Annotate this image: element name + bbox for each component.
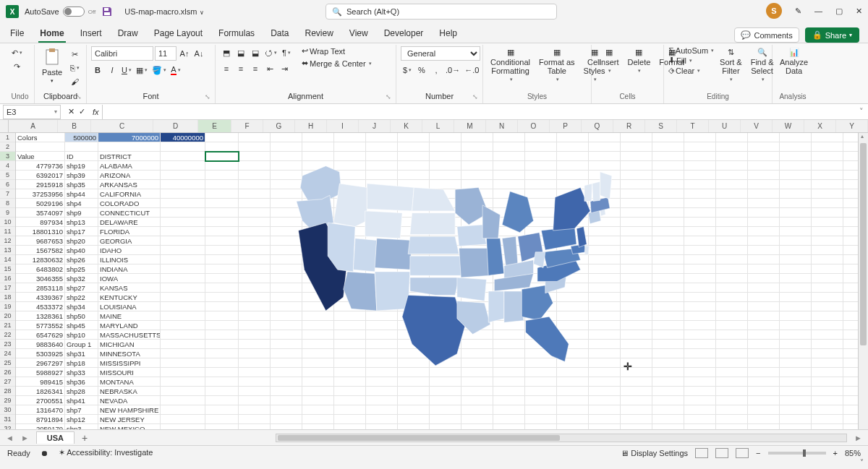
cell-E27[interactable] <box>205 377 239 387</box>
format-painter-icon[interactable]: 🖌 <box>68 75 81 88</box>
cell-B12[interactable]: shp20 <box>65 236 98 246</box>
cell-B8[interactable]: shp4 <box>65 199 98 208</box>
cell-B18[interactable]: shp22 <box>65 293 98 302</box>
cell-G31[interactable] <box>271 415 302 424</box>
row-header-8[interactable]: 8 <box>0 199 15 208</box>
state-ne[interactable] <box>408 236 459 254</box>
cell-D11[interactable] <box>161 227 205 236</box>
currency-icon[interactable]: $ <box>401 64 414 77</box>
percent-icon[interactable]: % <box>415 64 428 77</box>
cell-A22[interactable]: 6547629 <box>16 330 65 340</box>
cell-W8[interactable] <box>780 199 812 208</box>
cell-A6[interactable]: 2915918 <box>16 180 65 189</box>
cell-W7[interactable] <box>780 189 812 199</box>
cell-U6[interactable] <box>716 180 748 189</box>
macro-record-icon[interactable]: ⏺ <box>41 449 48 457</box>
vertical-scrollbar[interactable] <box>858 133 868 429</box>
search-box[interactable]: 🔍 Search (Alt+Q) <box>326 4 557 20</box>
cell-F27[interactable] <box>239 377 271 387</box>
cell-F20[interactable] <box>239 311 271 321</box>
cell-S11[interactable] <box>652 227 684 236</box>
sort-filter-button[interactable]: ⇅Sort & Filter <box>717 46 745 84</box>
cell-E22[interactable] <box>205 330 239 340</box>
cell-V16[interactable] <box>748 274 780 283</box>
cell-E12[interactable] <box>205 236 239 246</box>
cell-S8[interactable] <box>652 199 684 208</box>
cell-T15[interactable] <box>684 264 716 274</box>
sheet-tab-usa[interactable]: USA <box>36 431 75 444</box>
align-middle-icon[interactable]: ⬓ <box>234 46 247 59</box>
row-header-26[interactable]: 26 <box>0 368 15 377</box>
row-header-6[interactable]: 6 <box>0 180 15 189</box>
cell-K31[interactable] <box>398 415 430 424</box>
cell-F21[interactable] <box>239 321 271 330</box>
col-header-M[interactable]: M <box>454 120 486 132</box>
cell-V3[interactable] <box>748 152 780 161</box>
cell-C9[interactable]: CONNECTICUT <box>98 208 161 218</box>
align-left-icon[interactable]: ≡ <box>220 62 233 75</box>
cell-A26[interactable]: 5988927 <box>16 368 65 377</box>
row-header-5[interactable]: 5 <box>0 171 15 180</box>
scroll-right-icon[interactable]: ► <box>854 434 862 442</box>
cell-C10[interactable]: DELAWARE <box>98 218 161 227</box>
cell-E20[interactable] <box>205 311 239 321</box>
state-ut[interactable] <box>353 238 376 272</box>
cell-B29[interactable]: shp41 <box>65 396 98 405</box>
cell-V26[interactable] <box>748 368 780 377</box>
cell-D21[interactable] <box>161 321 205 330</box>
col-header-B[interactable]: B <box>58 120 91 132</box>
row-header-32[interactable]: 32 <box>0 424 15 429</box>
cell-W24[interactable] <box>780 349 812 358</box>
cell-B10[interactable]: shp13 <box>65 218 98 227</box>
cell-V2[interactable] <box>748 142 780 152</box>
analyze-data-button[interactable]: 📊Analyze Data <box>777 46 811 77</box>
cell-U21[interactable] <box>716 321 748 330</box>
cell-W30[interactable] <box>780 405 812 415</box>
state-ms[interactable] <box>488 291 504 322</box>
grow-font-icon[interactable]: A↑ <box>178 47 191 60</box>
cell-C29[interactable]: NEVADA <box>98 396 161 405</box>
cell-A24[interactable]: 5303925 <box>16 349 65 358</box>
state-nd[interactable] <box>412 187 456 211</box>
insert-cells-button[interactable]: ▦Insert <box>596 46 622 75</box>
align-center-icon[interactable]: ≡ <box>234 62 247 75</box>
cell-F19[interactable] <box>239 302 271 311</box>
row-header-27[interactable]: 27 <box>0 377 15 387</box>
cell-F3[interactable] <box>239 152 271 161</box>
cell-V7[interactable] <box>748 189 780 199</box>
cell-X25[interactable] <box>812 358 843 368</box>
font-color-icon[interactable]: A <box>169 64 182 77</box>
cell-C21[interactable]: MARYLAND <box>98 321 161 330</box>
cell-W11[interactable] <box>780 227 812 236</box>
cell-B24[interactable]: shp31 <box>65 349 98 358</box>
cell-W10[interactable] <box>780 218 812 227</box>
cell-Q31[interactable] <box>589 415 621 424</box>
cell-A32[interactable]: 2059179 <box>16 424 65 429</box>
cell-F18[interactable] <box>239 293 271 302</box>
fill-button[interactable]: ⬇ Fill <box>668 56 714 65</box>
cell-B17[interactable]: shp27 <box>65 283 98 293</box>
cell-A12[interactable]: 9687653 <box>16 236 65 246</box>
cell-X24[interactable] <box>812 349 843 358</box>
cell-V21[interactable] <box>748 321 780 330</box>
cell-X17[interactable] <box>812 283 843 293</box>
maximize-icon[interactable]: ▢ <box>835 7 843 16</box>
cell-W1[interactable] <box>780 133 812 142</box>
cell-C5[interactable]: ARIZONA <box>98 171 161 180</box>
cell-T11[interactable] <box>684 227 716 236</box>
cell-C31[interactable]: NEW JERSEY <box>98 415 161 424</box>
cell-V19[interactable] <box>748 302 780 311</box>
cell-C28[interactable]: NEBRASKA <box>98 387 161 396</box>
cell-D19[interactable] <box>161 302 205 311</box>
state-il[interactable] <box>487 238 504 275</box>
cell-B15[interactable]: shp25 <box>65 264 98 274</box>
shrink-font-icon[interactable]: A↓ <box>192 47 205 60</box>
col-header-S[interactable]: S <box>645 120 677 132</box>
cell-U20[interactable] <box>716 311 748 321</box>
cell-V28[interactable] <box>748 387 780 396</box>
cell-A5[interactable]: 6392017 <box>16 171 65 180</box>
cell-D6[interactable] <box>161 180 205 189</box>
cell-A29[interactable]: 2700551 <box>16 396 65 405</box>
cell-W12[interactable] <box>780 236 812 246</box>
col-header-E[interactable]: E <box>198 120 231 132</box>
